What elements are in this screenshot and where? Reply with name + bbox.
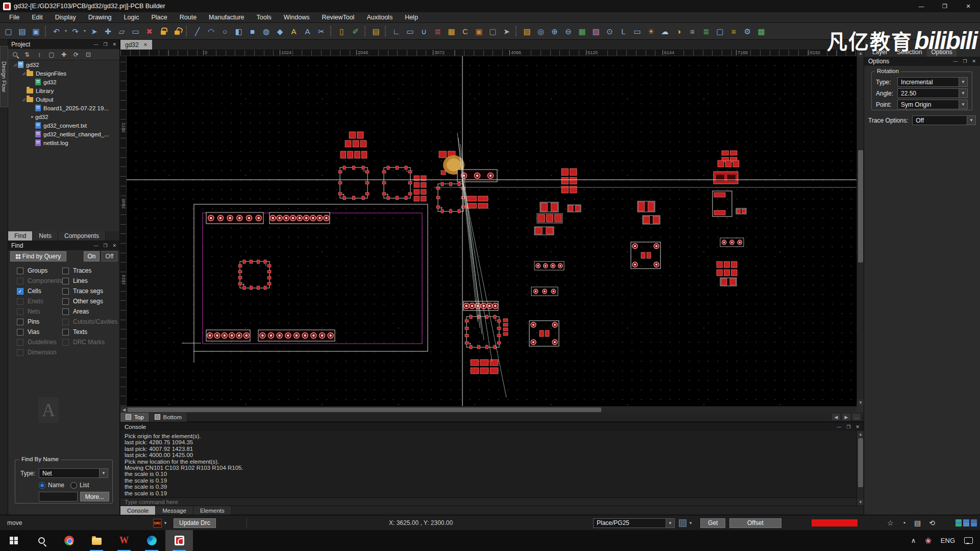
- history-icon[interactable]: ⟲: [929, 519, 935, 527]
- layer-more-button[interactable]: ...: [852, 414, 861, 420]
- move-icon[interactable]: ✚: [101, 25, 115, 38]
- checkbox-texts[interactable]: Texts: [62, 328, 87, 336]
- horizontal-scroll-thumb[interactable]: [128, 408, 601, 412]
- grid-settings-icon[interactable]: [679, 519, 687, 527]
- gear-icon[interactable]: ⚙: [741, 25, 754, 38]
- unlock-icon[interactable]: [170, 25, 184, 38]
- copy-icon[interactable]: ▱: [115, 25, 129, 38]
- chevron-down-icon[interactable]: ▼: [967, 116, 975, 125]
- canvas-vertical-scrollbar[interactable]: ▲ ▼: [856, 50, 864, 406]
- pcb-component-hdrR[interactable]: [531, 287, 558, 296]
- pcb-component-cluster[interactable]: [340, 151, 367, 158]
- checkbox-lines[interactable]: Lines: [62, 277, 88, 285]
- measure-icon[interactable]: ✐: [349, 25, 362, 38]
- menu-logic[interactable]: Logic: [118, 12, 145, 22]
- pcb-component-cluster[interactable]: [718, 160, 739, 167]
- menu-auxitools[interactable]: Auxitools: [360, 12, 399, 22]
- collapse-all-icon[interactable]: ⇅: [23, 51, 31, 59]
- taskbar-chrome[interactable]: [55, 530, 83, 551]
- select-area-icon[interactable]: ▧: [520, 25, 534, 38]
- monitor-icon[interactable]: ▢: [713, 25, 727, 38]
- start-button[interactable]: [0, 530, 28, 551]
- pcb-component-chip2[interactable]: [638, 201, 655, 212]
- drc-icon[interactable]: DRC: [153, 519, 162, 528]
- pcb-component-tallrect[interactable]: [713, 191, 732, 217]
- more-button[interactable]: More...: [80, 492, 109, 501]
- menu-help[interactable]: Help: [399, 12, 424, 22]
- checkbox-traces[interactable]: Traces: [62, 267, 91, 275]
- cloud-icon[interactable]: ☁: [658, 25, 672, 38]
- checkbox-box[interactable]: [17, 268, 23, 274]
- checkbox-box[interactable]: [62, 278, 69, 284]
- checkbox-groups[interactable]: Groups: [17, 267, 47, 275]
- find-minimize-icon[interactable]: —: [93, 243, 98, 248]
- project-close-icon[interactable]: ✕: [112, 42, 116, 47]
- find-on-button[interactable]: On: [84, 251, 100, 261]
- pcb-component-qfp[interactable]: [382, 166, 412, 200]
- zoom-out-icon[interactable]: ⊖: [561, 25, 575, 38]
- minimize-button[interactable]: —: [910, 0, 933, 12]
- component-icon[interactable]: ▯: [335, 25, 349, 38]
- console-tab-elements[interactable]: Elements: [193, 506, 232, 515]
- polygon-icon[interactable]: ◆: [273, 25, 287, 38]
- console-close-icon[interactable]: ✕: [855, 424, 860, 429]
- tree-item-designfiles[interactable]: ◿DesignFiles: [8, 69, 119, 78]
- arc-icon[interactable]: ◠: [204, 25, 218, 38]
- layer-next-icon[interactable]: ▶: [842, 414, 850, 420]
- rotation-point-select[interactable]: Sym Origin▼: [897, 100, 968, 109]
- find-by-query-button[interactable]: Find by Query: [10, 251, 66, 261]
- stackup-icon[interactable]: ≣: [699, 25, 713, 38]
- zoom-in-icon[interactable]: ⊕: [548, 25, 561, 38]
- find-off-button[interactable]: Off: [102, 251, 117, 261]
- tree-open-arrow-icon[interactable]: ◿: [21, 98, 27, 102]
- console-scroll-thumb[interactable]: [858, 438, 863, 487]
- checkbox-box[interactable]: [62, 268, 69, 274]
- close-button[interactable]: ✕: [957, 0, 980, 12]
- rotation-angle-select[interactable]: 22.50▼: [897, 88, 968, 98]
- zoom-select-icon[interactable]: ◎: [534, 25, 548, 38]
- tree-item-gd32[interactable]: gd32: [8, 78, 119, 86]
- checkbox-other-segs[interactable]: Other segs: [62, 297, 103, 305]
- taskbar-pcb-builder[interactable]: [165, 530, 193, 551]
- pcb-component-hdr[interactable]: [206, 212, 263, 224]
- status-color-icon-2[interactable]: [963, 519, 969, 526]
- tab-components[interactable]: Components: [58, 231, 106, 241]
- text-icon[interactable]: A: [301, 25, 314, 38]
- pcb-component-chip2[interactable]: [736, 208, 746, 214]
- console-tab-message[interactable]: Message: [156, 506, 193, 515]
- chevron-down-icon[interactable]: ▼: [959, 78, 967, 86]
- text-frame-icon[interactable]: A: [287, 25, 301, 38]
- checkbox-box[interactable]: [17, 329, 23, 336]
- scroll-up-icon[interactable]: ▲: [857, 50, 864, 57]
- save-icon[interactable]: ▣: [29, 25, 43, 38]
- document-tab-gd32[interactable]: gd32✕: [120, 40, 152, 50]
- tab-nets[interactable]: Nets: [33, 231, 58, 241]
- pcb-component-hdrR[interactable]: [534, 261, 564, 270]
- pcb-component-cluster[interactable]: [349, 132, 363, 138]
- tab-find[interactable]: Find: [8, 231, 33, 241]
- new-file-icon[interactable]: ▢: [2, 25, 15, 38]
- circle-icon[interactable]: ○: [218, 25, 232, 38]
- search-icon[interactable]: [11, 51, 19, 59]
- pick-icon[interactable]: ➤: [500, 25, 513, 38]
- checkbox-box[interactable]: [62, 329, 69, 336]
- console-minimize-icon[interactable]: —: [837, 424, 841, 429]
- tree-open-arrow-icon[interactable]: ◿: [21, 71, 27, 76]
- taskbar-search-button[interactable]: [28, 530, 55, 551]
- pcb-component-opto[interactable]: [529, 321, 559, 346]
- menu-place[interactable]: Place: [145, 12, 173, 22]
- tab-close-icon[interactable]: ✕: [143, 42, 148, 47]
- expand-all-icon[interactable]: ↕: [35, 51, 43, 59]
- get-button[interactable]: Get: [700, 518, 725, 528]
- status-color-icon-3[interactable]: [971, 519, 977, 526]
- checkbox-box[interactable]: ✓: [17, 288, 23, 295]
- layers-icon[interactable]: ≣: [431, 25, 445, 38]
- type-select[interactable]: Net▼: [39, 468, 108, 478]
- pcb-component-qfp[interactable]: [436, 182, 465, 213]
- chevron-down-icon[interactable]: ▼: [959, 89, 967, 98]
- checkbox-vias[interactable]: Vias: [17, 328, 39, 336]
- notes-icon[interactable]: ▤: [914, 519, 921, 527]
- tree-open-arrow-icon[interactable]: ◿: [12, 63, 18, 67]
- tree-item-library[interactable]: Library: [8, 86, 119, 95]
- layer-prev-icon[interactable]: ◀: [832, 414, 840, 420]
